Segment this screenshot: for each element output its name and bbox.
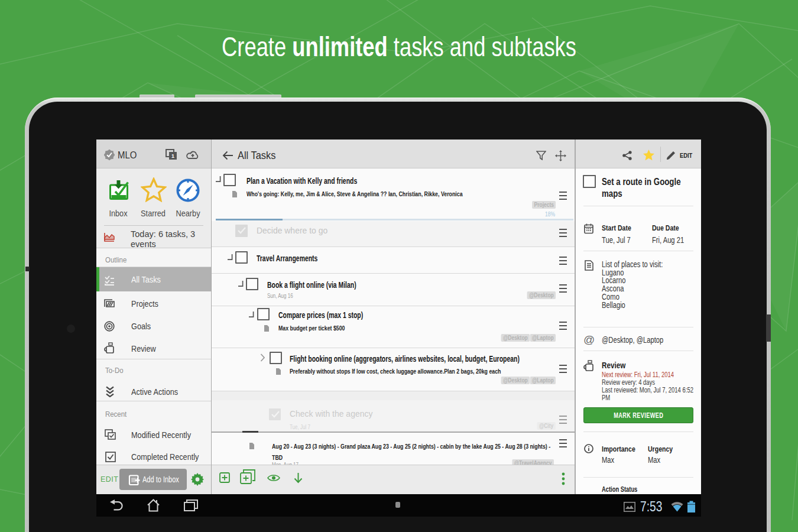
svg-text:1: 1 [171, 153, 174, 159]
